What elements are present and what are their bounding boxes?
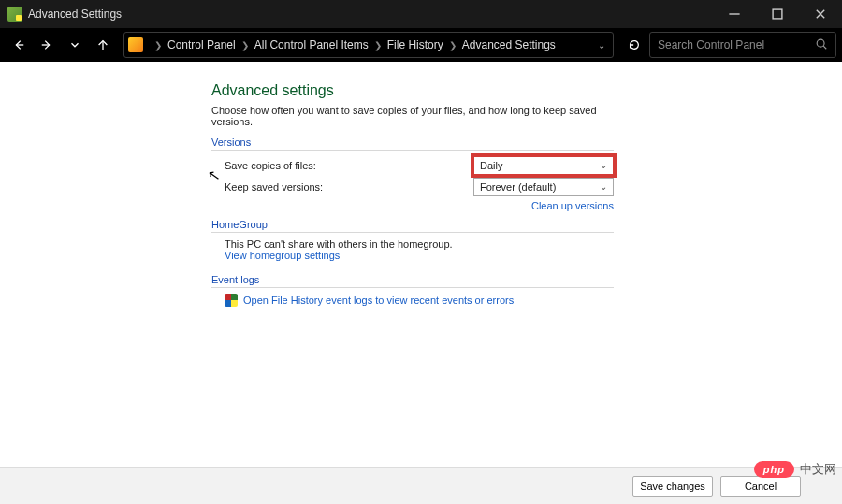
footer-bar: Save changes Cancel php 中文网 [0,467,842,504]
label-keep-versions: Keep saved versions: [225,181,473,193]
app-icon [7,7,22,22]
maximize-icon [771,7,784,21]
svg-point-1 [817,39,824,47]
chevron-right-icon: ❯ [241,40,249,50]
page-description: Choose how often you want to save copies… [211,105,614,127]
event-logs-link[interactable]: Open File History event logs to view rec… [243,295,514,306]
search-placeholder: Search Control Panel [658,38,815,51]
section-homegroup: HomeGroup [211,219,614,233]
maximize-button[interactable] [756,0,799,28]
keep-versions-value: Forever (default) [480,181,556,193]
refresh-button[interactable] [621,32,647,58]
refresh-icon [628,38,641,51]
up-button[interactable] [90,32,116,58]
arrow-left-icon [12,38,25,51]
arrow-up-icon [96,38,109,51]
address-bar[interactable]: ❯ Control Panel ❯ All Control Panel Item… [123,32,614,58]
shield-icon [225,294,238,307]
homegroup-text: This PC can't share with others in the h… [225,238,614,250]
breadcrumb-item[interactable]: Control Panel [167,38,236,51]
window-title: Advanced Settings [28,7,713,21]
content-area: ↖ Advanced settings Choose how often you… [0,62,842,467]
svg-rect-0 [773,9,782,19]
close-button[interactable] [799,0,842,28]
chevron-down-icon: ⌄ [600,160,607,170]
keep-versions-select[interactable]: Forever (default) ⌄ [473,178,614,196]
close-icon [814,7,827,21]
arrow-right-icon [40,38,53,51]
search-box[interactable]: Search Control Panel [649,32,836,58]
homegroup-settings-link[interactable]: View homegroup settings [225,250,340,261]
control-panel-icon [128,37,143,52]
chevron-down-icon [68,38,81,51]
title-bar: Advanced Settings [0,0,842,28]
save-copies-value: Daily [480,160,502,171]
chevron-right-icon: ❯ [154,40,162,50]
recent-locations-button[interactable] [62,32,88,58]
section-eventlogs: Event logs [211,274,614,288]
label-save-copies: Save copies of files: [225,160,473,171]
minimize-button[interactable] [713,0,756,28]
cancel-button[interactable]: Cancel [720,476,801,497]
forward-button[interactable] [34,32,60,58]
cleanup-versions-link[interactable]: Clean up versions [531,200,614,211]
page-heading: Advanced settings [211,82,614,99]
chevron-right-icon: ❯ [374,40,382,50]
breadcrumb-item[interactable]: Advanced Settings [462,38,556,51]
minimize-icon [728,7,741,21]
breadcrumb-item[interactable]: All Control Panel Items [254,38,369,51]
chevron-down-icon: ⌄ [600,181,607,192]
chevron-right-icon: ❯ [449,40,457,50]
search-icon [815,37,828,53]
section-versions: Versions [211,137,614,151]
nav-bar: ❯ Control Panel ❯ All Control Panel Item… [0,28,842,62]
save-changes-button[interactable]: Save changes [632,476,713,497]
back-button[interactable] [6,32,32,58]
breadcrumb-item[interactable]: File History [387,38,443,51]
save-copies-select[interactable]: Daily ⌄ [473,156,614,175]
address-dropdown[interactable]: ⌄ [594,40,609,50]
